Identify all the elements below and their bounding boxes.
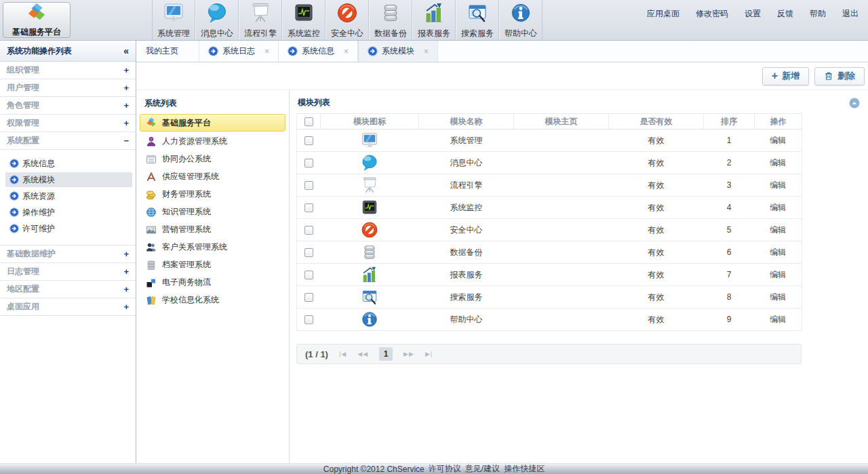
sidebar-section-org-management[interactable]: 组织管理+ [0, 62, 136, 79]
logout-link[interactable]: 退出 [842, 8, 859, 20]
system-item-hr-system[interactable]: 人力资源管理系统 [140, 133, 285, 150]
suggestion-link[interactable]: 意见/建议 [465, 463, 500, 474]
system-item-crm-system[interactable]: 客户关系管理系统 [140, 239, 285, 256]
toolbar-button-security-center[interactable]: 安全中心 [326, 0, 369, 40]
system-item-knowledge-system[interactable]: 知识管理系统 [140, 203, 285, 220]
edit-link[interactable]: 编辑 [755, 130, 802, 152]
sidebar-item-license-maintenance[interactable]: 许可维护 [5, 221, 132, 236]
database-icon [380, 2, 401, 26]
system-item-base-service-platform[interactable]: 基础服务平台 [140, 114, 285, 132]
system-item-supply-chain-system[interactable]: 供应链管理系统 [140, 168, 285, 185]
edit-link[interactable]: 编辑 [755, 174, 802, 197]
panels: 系统列表 基础服务平台人力资源管理系统协同办公系统供应链管理系统财务管理系统知识… [136, 90, 868, 463]
next-page-button[interactable]: ▶▶ [403, 351, 414, 357]
sidebar-section-system-config[interactable]: 系统配置− [0, 132, 136, 150]
help-link[interactable]: 帮助 [810, 8, 826, 20]
module-order-cell: 3 [704, 174, 755, 197]
sidebar-section-label: 日志管理 [7, 266, 123, 277]
edit-link[interactable]: 编辑 [755, 152, 802, 174]
module-home-cell [514, 152, 609, 174]
module-search-window-icon [361, 288, 378, 306]
toolbar-button-report-service[interactable]: 报表服务 [412, 0, 456, 40]
tab-system-info[interactable]: 系统信息× [279, 41, 358, 62]
add-button[interactable]: + 新增 [762, 67, 809, 85]
app-desktop-link[interactable]: 应用桌面 [647, 8, 679, 20]
sidebar-section-log-management[interactable]: 日志管理+ [0, 263, 136, 281]
copyright-text: Copyright ©2012 ChService [323, 465, 425, 474]
tab-close-icon[interactable]: × [264, 47, 269, 56]
toolbar-button-workflow-engine[interactable]: 流程引擎 [239, 0, 282, 40]
module-monitor-dark-icon [361, 199, 378, 216]
edit-link[interactable]: 编辑 [755, 219, 802, 241]
row-checkbox[interactable] [304, 248, 313, 257]
row-checkbox[interactable] [304, 226, 313, 235]
toolbar-button-system-management[interactable]: 系统管理 [152, 0, 195, 40]
system-item-label: 客户关系管理系统 [162, 241, 227, 253]
toolbar-button-help-center[interactable]: 帮助中心 [499, 0, 542, 40]
user-links: 应用桌面修改密码设置反馈帮助退出 [647, 8, 859, 20]
row-checkbox[interactable] [304, 181, 313, 190]
edit-link[interactable]: 编辑 [755, 264, 802, 286]
module-toolbar: 系统管理消息中心流程引擎系统监控安全中心数据备份报表服务搜索服务帮助中心 [152, 0, 542, 40]
sidebar-section-region-config[interactable]: 地区配置+ [0, 281, 136, 298]
no-entry-icon [336, 2, 358, 26]
tab-close-icon[interactable]: × [344, 47, 349, 56]
sidebar-item-system-info[interactable]: 系统信息 [5, 156, 132, 171]
row-checkbox[interactable] [304, 271, 313, 279]
tab-system-module[interactable]: 系统模块× [358, 41, 438, 62]
row-checkbox[interactable] [304, 203, 313, 212]
system-item-school-info-system[interactable]: 学校信息化系统 [140, 292, 285, 309]
license-agreement-link[interactable]: 许可协议 [429, 463, 461, 474]
toolbar-button-message-center[interactable]: 消息中心 [195, 0, 239, 40]
tab-system-log[interactable]: 系统日志× [199, 41, 279, 62]
feedback-link[interactable]: 反馈 [777, 8, 793, 20]
system-item-ecommerce-logistics[interactable]: 电子商务物流 [140, 274, 285, 291]
edit-link[interactable]: 编辑 [755, 309, 802, 331]
current-page-button[interactable]: 1 [379, 347, 393, 361]
sidebar-item-system-module[interactable]: 系统模块 [5, 172, 132, 187]
sidebar-item-system-resource[interactable]: 系统资源 [5, 189, 132, 203]
sidebar-section-desktop-app[interactable]: 桌面应用+ [0, 298, 136, 316]
sidebar-section-role-management[interactable]: 角色管理+ [0, 97, 136, 115]
platform-logo-label: 基础服务平台 [12, 26, 61, 38]
last-page-button[interactable]: ▶| [425, 351, 433, 357]
prev-page-button[interactable]: ◀◀ [357, 351, 368, 357]
page-count-label: (1 / 1) [305, 349, 328, 359]
sidebar-section-permission-management[interactable]: 权限管理+ [0, 115, 136, 132]
sidebar-section-user-management[interactable]: 用户管理+ [0, 79, 136, 97]
system-item-office-system[interactable]: 协同办公系统 [140, 151, 285, 167]
sidebar-item-operation-maintenance[interactable]: 操作维护 [5, 205, 132, 220]
module-list-title: 模块列表 [298, 97, 330, 108]
platform-logo-button[interactable]: 基础服务平台 [3, 2, 71, 38]
system-item-archive-system[interactable]: 档案管理系统 [140, 256, 285, 273]
module-valid-cell: 有效 [609, 219, 704, 241]
sidebar-section-base-data-maintenance[interactable]: 基础数据维护+ [0, 245, 136, 263]
settings-link[interactable]: 设置 [745, 8, 761, 20]
row-checkbox[interactable] [304, 159, 313, 167]
edit-link[interactable]: 编辑 [755, 197, 802, 219]
tab-my-home[interactable]: 我的主页 [136, 41, 199, 62]
change-password-link[interactable]: 修改密码 [696, 8, 728, 20]
edit-link[interactable]: 编辑 [755, 241, 802, 264]
sidebar-collapse-icon[interactable]: « [123, 45, 129, 56]
row-checkbox[interactable] [304, 315, 313, 324]
toolbar-button-search-service[interactable]: 搜索服务 [456, 0, 499, 40]
toolbar-button-data-backup[interactable]: 数据备份 [369, 0, 412, 40]
system-item-finance-system[interactable]: 财务管理系统 [140, 186, 285, 203]
first-page-button[interactable]: |◀ [339, 351, 347, 357]
row-checkbox[interactable] [304, 293, 313, 302]
shortcut-area-link[interactable]: 操作快捷区 [504, 463, 545, 474]
module-name-cell: 数据备份 [419, 241, 514, 264]
toolbar-button-system-monitor[interactable]: 系统监控 [282, 0, 326, 40]
edit-link[interactable]: 编辑 [755, 286, 802, 309]
row-checkbox[interactable] [304, 136, 313, 145]
toolbar-button-label: 消息中心 [201, 28, 233, 39]
delete-button[interactable]: 删除 [814, 67, 865, 85]
tab-arrow-icon [368, 46, 378, 56]
module-icon-cell [321, 152, 419, 174]
system-item-marketing-system[interactable]: 营销管理系统 [140, 221, 285, 238]
tab-close-icon[interactable]: × [424, 47, 429, 56]
panel-collapse-icon[interactable] [849, 98, 860, 108]
arrow-circle-icon [9, 224, 19, 233]
select-all-checkbox[interactable] [304, 117, 313, 126]
